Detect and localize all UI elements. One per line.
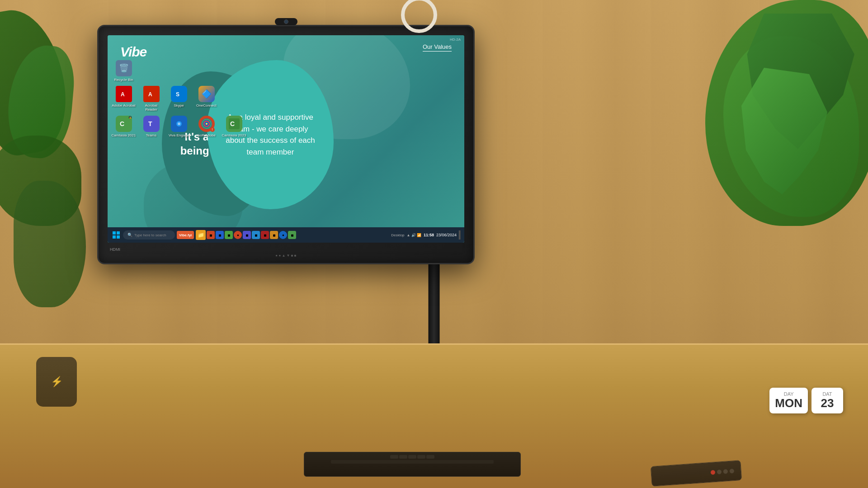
webcam: [275, 18, 297, 25]
camtasia1-icon: C 🔒: [116, 116, 132, 132]
system-tray: Desktop ▲ 🔊 📶 11:58 23/06/2024: [391, 230, 461, 239]
camtasia1-label: Camtasia 2021: [112, 133, 136, 138]
svg-text:T: T: [148, 120, 152, 127]
desktop-icon-gop[interactable]: ! GoP Adobe: [194, 116, 219, 138]
remote-buttons: [711, 469, 735, 475]
viva-icon: [171, 116, 187, 132]
calendar-day-block: DAY MON: [769, 388, 808, 413]
acrobat-icon: A: [116, 86, 132, 102]
svg-text:C: C: [120, 120, 124, 127]
svg-rect-19: [113, 231, 116, 235]
taskbar-app-3[interactable]: ■: [225, 231, 233, 239]
taskbar-app-4[interactable]: ●: [234, 231, 242, 239]
gop-label: GoP Adobe: [197, 133, 216, 138]
svg-rect-22: [117, 235, 120, 239]
plant-right: [678, 0, 868, 339]
desktop-icon-acrobat[interactable]: A Adobe Acrobat: [111, 86, 136, 112]
reader-icon: A: [143, 86, 160, 102]
keyboard[interactable]: [304, 452, 521, 477]
svg-text:S: S: [176, 91, 179, 98]
skype-icon: S: [171, 86, 187, 102]
keyboard-keys: [304, 452, 520, 466]
vibe-logo-text: Vibe: [120, 44, 146, 59]
desktop-icon-skype[interactable]: S Skype: [166, 86, 191, 112]
calendar-day-value: MON: [775, 397, 802, 410]
svg-rect-20: [117, 231, 120, 235]
monitor-screen: HD-2A Vibe Our Values It's all about bei…: [108, 35, 464, 243]
taskbar-time: 11:58: [424, 233, 434, 237]
room: HDMI HD-2A Vibe: [0, 0, 868, 488]
desktop-icon-recycle[interactable]: 🗑️ Recycle Bin: [111, 60, 136, 82]
monitor: HDMI HD-2A Vibe: [97, 25, 475, 264]
taskbar-search-text: Type here to search: [134, 233, 166, 237]
taskbar: 🔍 Type here to search Vibe.fyi 📁: [108, 227, 464, 243]
svg-point-16: [206, 123, 208, 125]
viva-label: Viva Engage: [169, 133, 189, 138]
taskbar-search-box[interactable]: 🔍 Type here to search: [123, 230, 175, 239]
desktop-label: Desktop: [391, 233, 404, 237]
windows-icon: [113, 231, 120, 239]
desktop-icon-viva[interactable]: Viva Engage: [166, 116, 191, 138]
taskbar-app-9[interactable]: ●: [279, 231, 287, 239]
taskbar-app-8[interactable]: ■: [270, 231, 278, 239]
taskbar-app-6[interactable]: ■: [252, 231, 260, 239]
search-icon: 🔍: [127, 233, 132, 237]
svg-point-12: [178, 122, 180, 125]
lightning-icon: ⚡: [51, 376, 63, 388]
desktop-icons-area: 🗑️ Recycle Bin A Adobe Acrobat: [111, 60, 246, 137]
desktop-icon-camtasia2[interactable]: C Camtasia 2023: [222, 116, 246, 138]
ring-light: [401, 0, 437, 33]
calendar-date-block: DAT 23: [811, 388, 843, 413]
plant-left: [0, 0, 99, 316]
gop-icon: !: [198, 116, 215, 132]
monitor-controls: ● ● ▲ ▼ ■ ■: [275, 253, 296, 258]
desktop-icon-reader[interactable]: A Acrobat Reader: [139, 86, 164, 112]
monitor-bezel: HDMI HD-2A Vibe: [97, 25, 475, 264]
presentation-slide: HD-2A Vibe Our Values It's all about bei…: [108, 35, 464, 243]
remote-control: [651, 460, 742, 487]
calendar-date-value: 23: [817, 397, 838, 410]
taskbar-apps-row: ■ ■ ■ ● ■ ■ ■ ■ ● ■: [207, 231, 296, 239]
taskbar-date: 23/06/2024: [436, 233, 457, 237]
system-icons: ▲ 🔊 📶: [407, 233, 421, 237]
start-button[interactable]: [111, 230, 121, 240]
recycle-bin-icon: 🗑️: [116, 60, 132, 76]
our-values-label: Our Values: [423, 43, 452, 52]
acrobat-label: Adobe Acrobat: [112, 103, 135, 108]
taskbar-explorer[interactable]: 📁: [196, 230, 206, 240]
reader-label: Acrobat Reader: [139, 103, 164, 112]
taskbar-app-icons: 📁 ■ ■ ■ ● ■ ■ ■ ■ ●: [196, 230, 389, 240]
taskbar-app-5[interactable]: ■: [243, 231, 251, 239]
desktop-icon-teams[interactable]: T Teams: [139, 116, 164, 138]
show-desktop-button[interactable]: [459, 230, 461, 239]
svg-text:A: A: [148, 91, 152, 98]
taskbar-app-1[interactable]: ■: [207, 231, 215, 239]
oneconnect-label: OneConnect: [196, 103, 217, 108]
teams-icon: T: [143, 116, 160, 132]
svg-text:C: C: [230, 120, 235, 127]
slide-top-bar: HD-2A: [450, 38, 461, 42]
calendar-display: DAY MON DAT 23: [769, 388, 843, 413]
camtasia2-label: Camtasia 2023: [222, 133, 246, 138]
desktop-icon-camtasia1[interactable]: C 🔒 Camtasia 2021: [111, 116, 136, 138]
wireless-charger: ⚡: [36, 357, 77, 407]
recycle-bin-label: Recycle Bin: [114, 78, 133, 82]
svg-text:A: A: [121, 91, 125, 98]
vibe-logo: Vibe: [120, 43, 146, 60]
skype-label: Skype: [174, 103, 184, 108]
taskbar-app-7[interactable]: ■: [261, 231, 269, 239]
taskbar-app-10[interactable]: ■: [288, 231, 296, 239]
oneconnect-icon: 🔷: [198, 86, 215, 102]
webcam-lens: [284, 19, 288, 24]
hdmi-label: HDMI: [110, 247, 120, 252]
screen-info: HD-2A: [450, 38, 461, 42]
monitor-bottom-bar: ● ● ▲ ▼ ■ ■: [275, 253, 296, 258]
teams-label: Teams: [146, 133, 157, 138]
taskbar-app-2[interactable]: ■: [216, 231, 224, 239]
vibe-taskbar-button[interactable]: Vibe.fyi: [177, 231, 194, 239]
camtasia2-icon: C: [226, 116, 242, 132]
svg-rect-21: [113, 235, 116, 239]
desktop-icon-oneconnect[interactable]: 🔷 OneConnect: [194, 86, 219, 112]
desk-surface: ⚡: [0, 343, 868, 488]
